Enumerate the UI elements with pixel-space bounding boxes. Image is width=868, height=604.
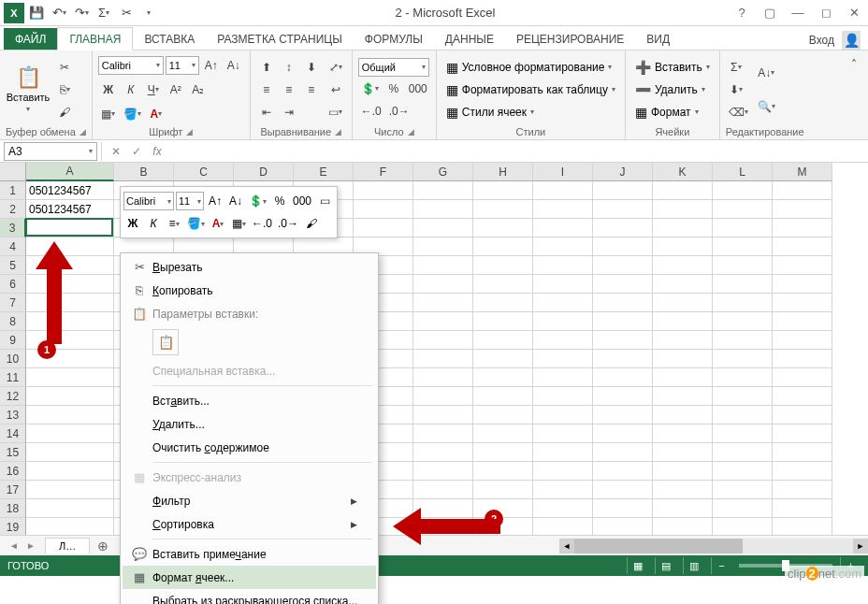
cell[interactable]: [413, 256, 473, 275]
cell[interactable]: [413, 481, 473, 499]
menu-cut[interactable]: ✂Вырезать: [123, 255, 376, 279]
mini-grow-font-icon[interactable]: A↑: [206, 192, 224, 210]
new-sheet-button[interactable]: ⊕: [90, 539, 116, 554]
cell[interactable]: [413, 275, 473, 294]
font-color-button[interactable]: A▾: [146, 104, 166, 124]
cell[interactable]: [773, 499, 832, 518]
cell[interactable]: 0501234567: [26, 181, 114, 200]
align-top-icon[interactable]: ⬆: [256, 57, 277, 78]
delete-cells-button[interactable]: ➖Удалить▾: [631, 79, 714, 100]
tab-formulas[interactable]: ФОРМУЛЫ: [354, 28, 434, 50]
cell[interactable]: [773, 312, 832, 331]
cell[interactable]: [713, 237, 773, 256]
cell[interactable]: [533, 350, 593, 368]
scroll-right-icon[interactable]: ►: [853, 539, 868, 554]
cell[interactable]: [413, 312, 473, 331]
cell[interactable]: [593, 237, 653, 256]
cell[interactable]: [473, 237, 533, 256]
cell[interactable]: [413, 350, 473, 368]
paste-option-default[interactable]: 📋: [152, 329, 179, 355]
mini-percent-icon[interactable]: %: [270, 192, 289, 210]
wrap-text-icon[interactable]: ↩: [326, 79, 346, 100]
mini-inc-decimal-icon[interactable]: ←.0: [250, 214, 274, 233]
cell[interactable]: [533, 312, 593, 331]
cell[interactable]: [653, 443, 713, 462]
menu-insert-comment[interactable]: 💬Вставить примечание: [123, 542, 376, 566]
cell[interactable]: [533, 219, 593, 237]
bold-button[interactable]: Ж: [98, 79, 119, 100]
mini-size-combo[interactable]: 11▾: [176, 192, 204, 210]
clipboard-dialog-icon[interactable]: ◢: [80, 127, 86, 137]
mini-shrink-font-icon[interactable]: A↓: [226, 192, 245, 210]
save-icon[interactable]: 💾: [26, 3, 47, 23]
col-header-J[interactable]: J: [593, 163, 653, 181]
row-header-1[interactable]: 1: [0, 181, 26, 200]
menu-clear[interactable]: Очистить содержимое: [123, 436, 376, 459]
find-select-button[interactable]: 🔍▾: [755, 91, 778, 122]
cell[interactable]: [413, 518, 473, 535]
redo-icon[interactable]: ↷▾: [71, 3, 92, 23]
cell[interactable]: [413, 462, 473, 481]
col-header-C[interactable]: C: [174, 163, 234, 181]
cell[interactable]: [713, 387, 773, 406]
formula-input[interactable]: [171, 142, 868, 161]
cell[interactable]: [533, 462, 593, 481]
fill-color-button[interactable]: 🪣▾: [121, 104, 144, 124]
cell[interactable]: [26, 406, 114, 424]
cell[interactable]: [713, 462, 773, 481]
row-header-4[interactable]: 4: [0, 237, 26, 256]
mini-dec-decimal-icon[interactable]: .0→: [276, 214, 300, 233]
cell[interactable]: [773, 331, 832, 350]
cell[interactable]: [533, 256, 593, 275]
cell[interactable]: [713, 312, 773, 331]
cell[interactable]: [593, 462, 653, 481]
cell[interactable]: [533, 237, 593, 256]
cell[interactable]: [773, 406, 832, 424]
scroll-left-icon[interactable]: ◄: [559, 539, 574, 554]
row-header-11[interactable]: 11: [0, 368, 26, 387]
cut-button[interactable]: ✂: [54, 57, 75, 78]
cell[interactable]: [653, 499, 713, 518]
cell[interactable]: [533, 181, 593, 200]
cell[interactable]: [653, 368, 713, 387]
cell[interactable]: [593, 368, 653, 387]
cell[interactable]: [413, 331, 473, 350]
mini-accounting-icon[interactable]: 💲▾: [247, 192, 268, 210]
close-icon[interactable]: ✕: [840, 2, 868, 24]
mini-font-combo[interactable]: Calibri▾: [123, 192, 174, 210]
cell[interactable]: [533, 368, 593, 387]
cell[interactable]: [533, 200, 593, 219]
cell[interactable]: [473, 518, 533, 535]
cell[interactable]: [593, 518, 653, 535]
underline-button[interactable]: Ч▾: [143, 79, 164, 100]
qat-customize-icon[interactable]: ▾: [138, 3, 159, 23]
cell[interactable]: [413, 499, 473, 518]
cell[interactable]: [653, 181, 713, 200]
row-header-6[interactable]: 6: [0, 275, 26, 294]
col-header-D[interactable]: D: [234, 163, 294, 181]
cell[interactable]: [593, 350, 653, 368]
ribbon-display-icon[interactable]: ▢: [756, 2, 784, 24]
currency-icon[interactable]: 💲▾: [358, 79, 382, 99]
cell[interactable]: [473, 424, 533, 443]
mini-font-color-icon[interactable]: A▾: [209, 214, 227, 233]
insert-cells-button[interactable]: ➕Вставить▾: [631, 57, 714, 78]
row-header-14[interactable]: 14: [0, 424, 26, 443]
cell[interactable]: [413, 387, 473, 406]
col-header-H[interactable]: H: [473, 163, 533, 181]
menu-copy[interactable]: ⎘Копировать: [123, 279, 376, 302]
cell[interactable]: [713, 406, 773, 424]
cell[interactable]: [593, 200, 653, 219]
cell[interactable]: [533, 275, 593, 294]
tab-review[interactable]: РЕЦЕНЗИРОВАНИЕ: [505, 28, 635, 50]
cell[interactable]: [653, 331, 713, 350]
align-center-icon[interactable]: ≡: [279, 79, 299, 100]
cell[interactable]: [533, 499, 593, 518]
row-header-17[interactable]: 17: [0, 481, 26, 499]
autosum-button[interactable]: Σ▾: [726, 57, 746, 78]
comma-icon[interactable]: 000: [406, 79, 430, 99]
cell[interactable]: [773, 481, 832, 499]
cell[interactable]: [413, 219, 473, 237]
format-cells-button[interactable]: ▦Формат▾: [631, 102, 714, 122]
avatar-icon[interactable]: 👤: [842, 31, 861, 50]
